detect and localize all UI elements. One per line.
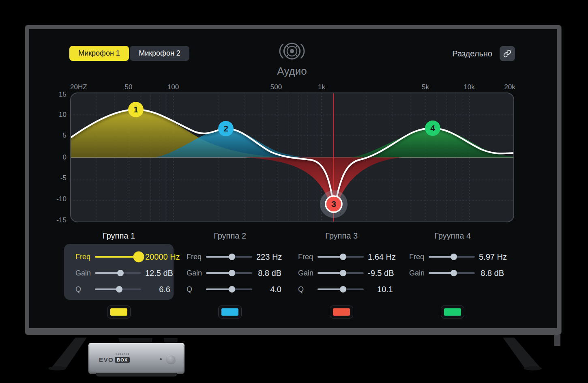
slider-track[interactable] [206,256,252,258]
slider-track[interactable] [318,288,364,290]
control-label: Freq [409,253,429,261]
tv-leg-left-foot [48,366,66,370]
band-color-swatch[interactable] [441,306,464,318]
slider-knob[interactable] [229,254,235,260]
swatch-color [110,308,127,316]
slider-fill [318,272,343,274]
band-handle-label: 3 [331,199,336,209]
eq-control-row: Freq20000 Hz [63,249,174,265]
slider-knob[interactable] [451,254,457,260]
tv-leg-right-foot [524,366,542,370]
eq-control-row: Gain-9.5 dB [286,265,397,281]
slider-knob[interactable] [340,270,346,276]
band-handle-1[interactable]: 1 [128,102,144,117]
freq-tick: 20k [504,83,515,91]
control-label: Q [187,285,206,294]
band-handle-label: 4 [430,123,435,133]
control-label: Gain [75,269,95,278]
freq-tick: 5k [422,83,429,91]
device-feet [96,373,177,377]
db-tick: -5 [45,174,67,182]
control-value: 12.5 dB [145,269,173,278]
db-tick: -10 [45,195,67,203]
slider-track[interactable] [318,272,364,274]
db-tick: 5 [45,131,67,140]
freq-tick: 50 [125,83,133,91]
eq-control-row: Gain8.8 dB [174,265,285,281]
control-value: 6.6 [145,285,170,294]
slider-knob[interactable] [116,286,122,293]
swatch-color [333,308,350,316]
separate-mode-label: Раздельно [452,49,492,58]
freq-tick: 10k [464,83,474,91]
slider-fill [95,272,120,274]
logo-karaoke-text: KARAOKE [116,353,130,355]
slider-fill [318,256,343,258]
db-tick: 0 [45,153,67,161]
control-label: Gain [298,269,318,278]
control-label: Gain [409,269,429,278]
slider-knob[interactable] [229,286,235,293]
tv-leg-right [503,338,541,369]
slider-fill [429,272,454,274]
slider-track[interactable] [429,272,475,274]
control-value: 10.1 [368,285,393,294]
slider-knob[interactable] [451,270,457,276]
slider-fill [429,256,454,258]
slider-knob[interactable] [133,252,144,263]
logo-evo-text: EVO [99,356,114,363]
link-button[interactable] [500,46,515,61]
band-handle-4[interactable]: 4 [425,120,440,136]
page-title: Аудио [251,65,333,77]
slider-track[interactable] [318,256,364,258]
control-value: 8.8 dB [479,269,504,278]
db-tick: 15 [45,90,67,99]
eq-control-row: Gain12.5 dB [63,265,174,281]
tab-mic-2[interactable]: Микрофон 2 [130,46,189,61]
slider-track[interactable] [95,272,141,274]
slider-knob[interactable] [340,286,346,293]
control-value: -9.5 dB [368,269,394,278]
slider-track[interactable] [206,288,252,290]
control-value: 1.64 Hz [368,252,396,262]
band-handle-2[interactable]: 2 [218,121,234,136]
db-tick: -15 [45,216,67,224]
slider-track[interactable] [95,256,141,258]
group-column-3: Группа 3Freq1.64 HzGain-9.5 dBQ10.1 [286,231,397,321]
slider-track[interactable] [206,272,252,274]
control-value: 223 Hz [256,252,282,262]
evobox-logo: EVO KARAOKE BOX [99,356,130,363]
slider-fill [206,272,232,274]
eq-graph[interactable]: 1 2 3 4 [70,93,514,222]
slider-knob[interactable] [229,270,235,276]
db-tick: 10 [45,111,67,119]
band-color-swatch[interactable] [107,306,131,318]
eq-control-row: Gain8.8 dB [397,265,508,281]
control-value: 8.8 dB [256,269,281,278]
band-handle-3-selected[interactable]: 3 [320,190,348,218]
tab-mic-1[interactable]: Микрофон 1 [69,46,129,61]
power-led [160,358,162,360]
slider-knob[interactable] [340,254,346,260]
evobox-device: EVO KARAOKE BOX [88,343,185,374]
eq-control-row: Freq5.97 Hz [397,249,508,265]
slider-fill [318,288,343,290]
swatch-color [221,308,238,316]
slider-track[interactable] [429,256,475,258]
control-value: 5.97 Hz [479,252,507,262]
slider-track[interactable] [95,288,141,290]
band-handle-label: 1 [133,105,138,114]
freq-tick: 1k [318,83,325,91]
eq-control-row: Q6.6 [63,281,174,297]
band-color-swatch[interactable] [218,306,242,318]
eq-control-row: Freq1.64 Hz [286,249,397,265]
band-color-swatch[interactable] [330,306,353,318]
power-button[interactable] [167,355,176,364]
tv-frame: Микрофон 1 Микрофон 2 Аудио Раздельно 20… [25,25,561,335]
group-column-1: Группа 1Freq20000 HzGain12.5 dBQ6.6 [63,231,174,321]
tv-leg-left [50,338,87,369]
control-label: Freq [187,253,206,261]
slider-knob[interactable] [117,270,124,276]
eq-app-screen: Микрофон 1 Микрофон 2 Аудио Раздельно 20… [29,29,557,328]
control-label: Q [75,285,95,294]
